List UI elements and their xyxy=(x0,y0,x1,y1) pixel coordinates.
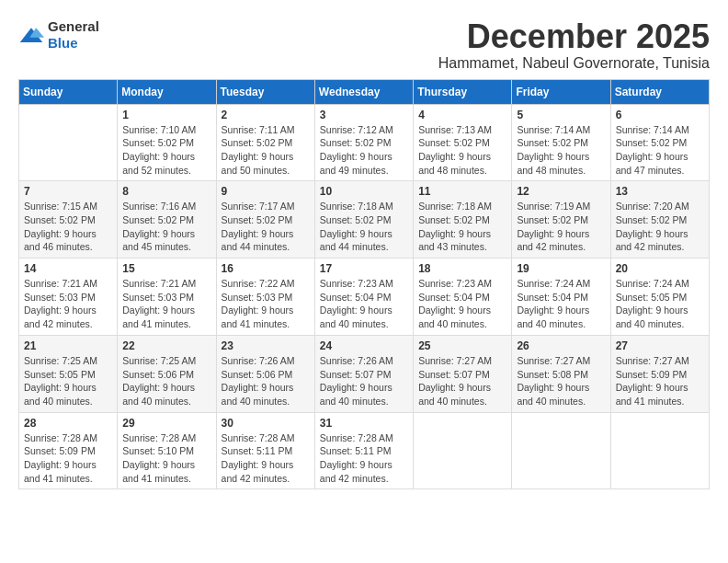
day-number: 16 xyxy=(222,262,310,275)
calendar-table: SundayMondayTuesdayWednesdayThursdayFrid… xyxy=(18,79,710,490)
day-info: Sunrise: 7:13 AMSunset: 5:02 PMDaylight:… xyxy=(418,123,506,178)
calendar-cell xyxy=(512,412,610,489)
day-number: 14 xyxy=(24,262,112,275)
day-info: Sunrise: 7:26 AMSunset: 5:07 PMDaylight:… xyxy=(320,354,408,408)
day-info: Sunrise: 7:27 AMSunset: 5:09 PMDaylight:… xyxy=(616,354,704,408)
day-number: 29 xyxy=(122,417,210,430)
day-info: Sunrise: 7:12 AMSunset: 5:02 PMDaylight:… xyxy=(320,123,408,178)
day-number: 25 xyxy=(418,339,506,352)
day-info: Sunrise: 7:27 AMSunset: 5:07 PMDaylight:… xyxy=(418,354,506,408)
calendar-week-4: 21Sunrise: 7:25 AMSunset: 5:05 PMDayligh… xyxy=(19,335,710,412)
logo-general: General xyxy=(48,18,99,34)
calendar-cell: 11Sunrise: 7:18 AMSunset: 5:02 PMDayligh… xyxy=(414,181,512,259)
day-number: 30 xyxy=(222,417,310,430)
calendar-cell: 23Sunrise: 7:26 AMSunset: 5:06 PMDayligh… xyxy=(216,335,314,412)
calendar-cell: 30Sunrise: 7:28 AMSunset: 5:11 PMDayligh… xyxy=(216,412,314,489)
title-block: December 2025 Hammamet, Nabeul Governora… xyxy=(438,18,710,72)
calendar-cell: 15Sunrise: 7:21 AMSunset: 5:03 PMDayligh… xyxy=(118,259,216,336)
day-info: Sunrise: 7:23 AMSunset: 5:04 PMDaylight:… xyxy=(320,277,408,331)
day-number: 27 xyxy=(616,339,704,352)
day-info: Sunrise: 7:22 AMSunset: 5:03 PMDaylight:… xyxy=(222,277,310,331)
calendar-cell: 21Sunrise: 7:25 AMSunset: 5:05 PMDayligh… xyxy=(19,335,118,412)
day-number: 24 xyxy=(320,339,408,352)
day-info: Sunrise: 7:18 AMSunset: 5:02 PMDaylight:… xyxy=(418,200,506,254)
logo-icon xyxy=(18,26,44,44)
day-info: Sunrise: 7:28 AMSunset: 5:09 PMDaylight:… xyxy=(24,431,112,486)
calendar-cell: 2Sunrise: 7:11 AMSunset: 5:02 PMDaylight… xyxy=(216,104,314,181)
day-number: 12 xyxy=(517,185,605,198)
day-number: 23 xyxy=(222,339,310,352)
day-info: Sunrise: 7:11 AMSunset: 5:02 PMDaylight:… xyxy=(222,123,310,178)
day-info: Sunrise: 7:19 AMSunset: 5:02 PMDaylight:… xyxy=(517,200,605,254)
day-info: Sunrise: 7:28 AMSunset: 5:11 PMDaylight:… xyxy=(222,431,310,486)
calendar-cell: 28Sunrise: 7:28 AMSunset: 5:09 PMDayligh… xyxy=(19,412,118,489)
calendar-cell: 25Sunrise: 7:27 AMSunset: 5:07 PMDayligh… xyxy=(414,335,512,412)
day-number: 9 xyxy=(222,185,310,198)
calendar-cell: 17Sunrise: 7:23 AMSunset: 5:04 PMDayligh… xyxy=(314,259,413,336)
day-info: Sunrise: 7:18 AMSunset: 5:02 PMDaylight:… xyxy=(320,200,408,254)
calendar-header: SundayMondayTuesdayWednesdayThursdayFrid… xyxy=(19,79,710,104)
day-info: Sunrise: 7:27 AMSunset: 5:08 PMDaylight:… xyxy=(517,354,605,408)
day-number: 7 xyxy=(24,185,112,198)
weekday-header-monday: Monday xyxy=(118,79,216,104)
logo-blue: Blue xyxy=(48,35,78,51)
calendar-cell: 10Sunrise: 7:18 AMSunset: 5:02 PMDayligh… xyxy=(314,181,413,259)
day-number: 6 xyxy=(616,109,704,121)
day-number: 8 xyxy=(122,185,210,198)
weekday-header-sunday: Sunday xyxy=(19,79,118,104)
day-number: 3 xyxy=(320,109,408,121)
calendar-cell: 24Sunrise: 7:26 AMSunset: 5:07 PMDayligh… xyxy=(314,335,413,412)
weekday-header-friday: Friday xyxy=(512,79,610,104)
calendar-cell: 14Sunrise: 7:21 AMSunset: 5:03 PMDayligh… xyxy=(19,259,118,336)
calendar-cell: 16Sunrise: 7:22 AMSunset: 5:03 PMDayligh… xyxy=(216,259,314,336)
calendar-week-5: 28Sunrise: 7:28 AMSunset: 5:09 PMDayligh… xyxy=(19,412,710,489)
day-number: 11 xyxy=(418,185,506,198)
weekday-header-wednesday: Wednesday xyxy=(314,79,413,104)
day-info: Sunrise: 7:10 AMSunset: 5:02 PMDaylight:… xyxy=(122,123,210,178)
weekday-row: SundayMondayTuesdayWednesdayThursdayFrid… xyxy=(19,79,710,104)
day-info: Sunrise: 7:28 AMSunset: 5:10 PMDaylight:… xyxy=(122,431,210,486)
calendar-cell: 9Sunrise: 7:17 AMSunset: 5:02 PMDaylight… xyxy=(216,181,314,259)
calendar-cell xyxy=(610,412,709,489)
day-info: Sunrise: 7:16 AMSunset: 5:02 PMDaylight:… xyxy=(122,200,210,254)
calendar-cell: 22Sunrise: 7:25 AMSunset: 5:06 PMDayligh… xyxy=(118,335,216,412)
page-header: General Blue December 2025 Hammamet, Nab… xyxy=(18,18,710,72)
day-number: 15 xyxy=(122,262,210,275)
calendar-cell: 18Sunrise: 7:23 AMSunset: 5:04 PMDayligh… xyxy=(414,259,512,336)
day-info: Sunrise: 7:14 AMSunset: 5:02 PMDaylight:… xyxy=(517,123,605,178)
day-info: Sunrise: 7:24 AMSunset: 5:05 PMDaylight:… xyxy=(616,277,704,331)
day-number: 21 xyxy=(24,339,112,352)
logo: General Blue xyxy=(18,18,99,52)
day-info: Sunrise: 7:21 AMSunset: 5:03 PMDaylight:… xyxy=(122,277,210,331)
day-info: Sunrise: 7:15 AMSunset: 5:02 PMDaylight:… xyxy=(24,200,112,254)
day-number: 22 xyxy=(122,339,210,352)
day-number: 19 xyxy=(517,262,605,275)
calendar-cell: 1Sunrise: 7:10 AMSunset: 5:02 PMDaylight… xyxy=(118,104,216,181)
calendar-week-1: 1Sunrise: 7:10 AMSunset: 5:02 PMDaylight… xyxy=(19,104,710,181)
day-number: 26 xyxy=(517,339,605,352)
calendar-body: 1Sunrise: 7:10 AMSunset: 5:02 PMDaylight… xyxy=(19,104,710,489)
calendar-cell: 5Sunrise: 7:14 AMSunset: 5:02 PMDaylight… xyxy=(512,104,610,181)
calendar-cell: 8Sunrise: 7:16 AMSunset: 5:02 PMDaylight… xyxy=(118,181,216,259)
day-info: Sunrise: 7:25 AMSunset: 5:06 PMDaylight:… xyxy=(122,354,210,408)
logo-text: General Blue xyxy=(48,18,99,52)
day-info: Sunrise: 7:17 AMSunset: 5:02 PMDaylight:… xyxy=(222,200,310,254)
calendar-cell: 26Sunrise: 7:27 AMSunset: 5:08 PMDayligh… xyxy=(512,335,610,412)
day-info: Sunrise: 7:24 AMSunset: 5:04 PMDaylight:… xyxy=(517,277,605,331)
calendar-cell: 29Sunrise: 7:28 AMSunset: 5:10 PMDayligh… xyxy=(118,412,216,489)
day-number: 28 xyxy=(24,417,112,430)
calendar-cell: 7Sunrise: 7:15 AMSunset: 5:02 PMDaylight… xyxy=(19,181,118,259)
calendar-cell: 31Sunrise: 7:28 AMSunset: 5:11 PMDayligh… xyxy=(314,412,413,489)
calendar-cell xyxy=(414,412,512,489)
day-number: 5 xyxy=(517,109,605,121)
month-year-title: December 2025 xyxy=(438,18,710,55)
calendar-cell: 20Sunrise: 7:24 AMSunset: 5:05 PMDayligh… xyxy=(610,259,709,336)
weekday-header-thursday: Thursday xyxy=(414,79,512,104)
calendar-cell: 6Sunrise: 7:14 AMSunset: 5:02 PMDaylight… xyxy=(610,104,709,181)
calendar-week-2: 7Sunrise: 7:15 AMSunset: 5:02 PMDaylight… xyxy=(19,181,710,259)
day-info: Sunrise: 7:28 AMSunset: 5:11 PMDaylight:… xyxy=(320,431,408,486)
calendar-cell: 19Sunrise: 7:24 AMSunset: 5:04 PMDayligh… xyxy=(512,259,610,336)
day-number: 10 xyxy=(320,185,408,198)
day-number: 2 xyxy=(222,109,310,121)
day-info: Sunrise: 7:26 AMSunset: 5:06 PMDaylight:… xyxy=(222,354,310,408)
